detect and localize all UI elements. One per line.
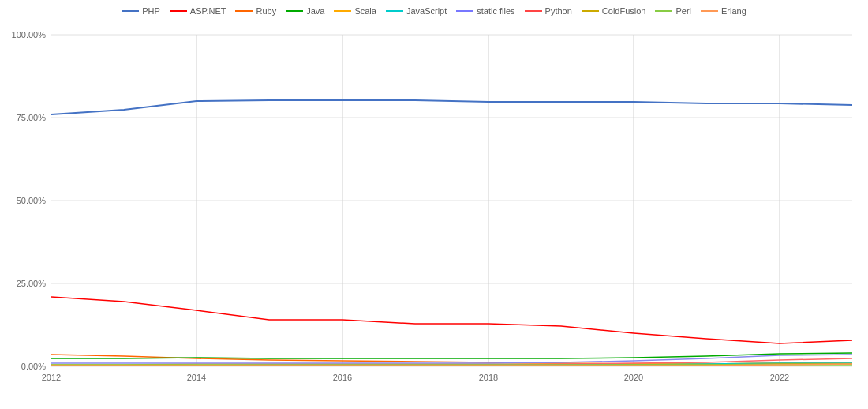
legend-item-asp-net: ASP.NET [170,6,226,16]
legend-label: Erlang [721,6,746,16]
legend-item-python: Python [525,6,572,16]
legend-color-ruby [235,10,253,12]
legend-label: PHP [142,6,160,16]
x-label-2022: 2022 [770,373,789,382]
legend-color-java [286,10,303,12]
y-label-25: 25.00% [17,279,47,288]
legend-label: ASP.NET [190,6,226,16]
legend-label: Python [545,6,572,16]
legend-color-javascript [386,10,403,12]
legend-color-static-files [456,10,473,12]
ruby-line [51,355,852,364]
legend-item-perl: Perl [655,6,691,16]
x-label-2018: 2018 [479,373,498,382]
y-label-100: 100.00% [12,30,47,39]
legend-label: Java [306,6,324,16]
legend-color-python [525,10,542,12]
chart-svg: 100.00% 75.00% 50.00% 25.00% 0.00% 2012 … [0,19,868,396]
y-label-75: 75.00% [17,113,47,122]
legend-item-ruby: Ruby [235,6,276,16]
legend-label: Perl [675,6,691,16]
legend-item-java: Java [286,6,324,16]
legend-color-scala [334,10,351,12]
legend-label: Ruby [256,6,276,16]
chart-container: PHPASP.NETRubyJavaScalaJavaScriptstatic … [0,0,868,409]
php-line [51,100,852,114]
legend-item-coldfusion: ColdFusion [582,6,646,16]
legend-item-scala: Scala [334,6,376,16]
legend-label: JavaScript [406,6,447,16]
aspnet-line [51,297,852,343]
legend-item-erlang: Erlang [701,6,746,16]
legend-item-static-files: static files [456,6,514,16]
x-label-2012: 2012 [42,373,61,382]
legend-item-javascript: JavaScript [386,6,447,16]
legend-color-php [122,10,139,12]
y-label-50: 50.00% [17,196,47,205]
x-label-2016: 2016 [333,373,352,382]
legend-label: ColdFusion [602,6,646,16]
legend-color-perl [655,10,672,12]
legend-color-asp-net [170,10,187,12]
x-label-2020: 2020 [624,373,643,382]
legend-item-php: PHP [122,6,160,16]
legend-label: Scala [354,6,376,16]
x-label-2014: 2014 [187,373,206,382]
legend-color-erlang [701,10,718,12]
chart-legend: PHPASP.NETRubyJavaScalaJavaScriptstatic … [0,0,868,19]
y-label-0: 0.00% [21,362,46,371]
legend-color-coldfusion [582,10,599,12]
legend-label: static files [477,6,514,16]
